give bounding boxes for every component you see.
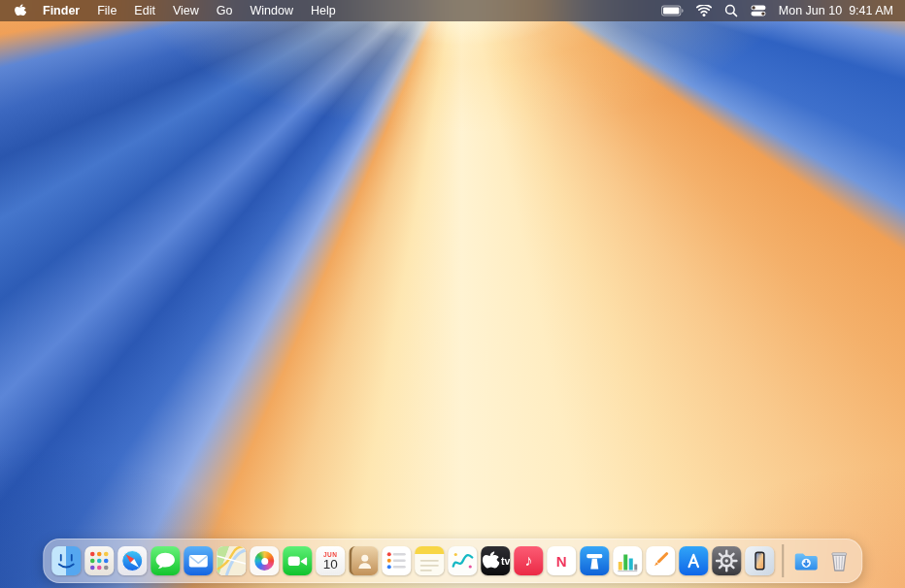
menu-view[interactable]: View xyxy=(164,4,208,17)
dock-downloads[interactable] xyxy=(791,546,821,575)
clock-date: Mon Jun 10 xyxy=(779,4,842,17)
menu-edit[interactable]: Edit xyxy=(125,4,164,17)
dock-numbers[interactable] xyxy=(613,546,642,575)
launchpad-grid-icon xyxy=(84,546,114,575)
menu-bar: Finder File Edit View Go Window Help xyxy=(0,0,905,21)
desktop: Finder File Edit View Go Window Help xyxy=(0,0,905,588)
safari-compass-icon xyxy=(117,546,147,575)
apple-menu[interactable] xyxy=(12,4,34,17)
music-note-icon: ♪ xyxy=(524,553,532,569)
finder-face-icon xyxy=(51,546,81,575)
iphone-icon xyxy=(745,546,774,575)
checklist-icon xyxy=(382,546,411,575)
dock-news[interactable]: N xyxy=(547,546,576,575)
wifi-status[interactable] xyxy=(696,5,712,16)
map-icon xyxy=(217,546,246,575)
clock-time: 9:41 AM xyxy=(849,4,893,17)
video-camera-icon xyxy=(283,546,312,575)
menu-file[interactable]: File xyxy=(88,4,125,17)
dock-launchpad[interactable] xyxy=(84,546,114,575)
tv-label: tv xyxy=(501,556,510,566)
dock-trash[interactable] xyxy=(824,546,854,575)
dock-freeform[interactable] xyxy=(448,546,477,575)
dock-calendar[interactable]: JUN 10 xyxy=(316,546,345,575)
control-center-icon xyxy=(751,5,766,16)
battery-status[interactable] xyxy=(661,5,684,16)
dock-iphone-mirroring[interactable] xyxy=(745,546,774,575)
note-lines-icon xyxy=(415,546,444,575)
menu-help[interactable]: Help xyxy=(302,4,345,17)
dock-app-store[interactable] xyxy=(679,546,708,575)
dock-messages[interactable] xyxy=(151,546,180,575)
dock-music[interactable]: ♪ xyxy=(514,546,543,575)
trash-basket-icon xyxy=(824,546,854,575)
dock: JUN 10 xyxy=(43,539,862,583)
menu-finder[interactable]: Finder xyxy=(34,4,88,17)
menu-bar-left: Finder File Edit View Go Window Help xyxy=(12,4,345,17)
dock-safari[interactable] xyxy=(117,546,147,575)
podium-icon xyxy=(580,546,609,575)
dock-contacts[interactable] xyxy=(349,546,378,575)
dock-pages[interactable] xyxy=(646,546,675,575)
person-silhouette-icon xyxy=(352,546,378,575)
dock-notes[interactable] xyxy=(415,546,444,575)
envelope-icon xyxy=(184,546,213,575)
desktop-wallpaper xyxy=(0,0,905,588)
apple-tv-apple-icon xyxy=(481,546,499,575)
wifi-icon xyxy=(696,5,712,16)
downloads-folder-icon xyxy=(791,546,821,575)
app-store-a-icon xyxy=(679,546,708,575)
dock-facetime[interactable] xyxy=(283,546,312,575)
menu-go[interactable]: Go xyxy=(208,4,242,17)
bar-chart-icon xyxy=(613,546,642,575)
dock-photos[interactable] xyxy=(250,546,279,575)
dock-system-settings[interactable] xyxy=(712,546,741,575)
apple-icon xyxy=(14,4,26,17)
dock-separator xyxy=(782,544,784,577)
control-center[interactable] xyxy=(751,5,766,16)
spotlight-search[interactable] xyxy=(724,4,738,17)
spotlight-search-icon xyxy=(724,4,738,17)
menu-window[interactable]: Window xyxy=(241,4,301,17)
menu-bar-clock[interactable]: Mon Jun 10 9:41 AM xyxy=(779,4,893,17)
color-wheel-icon xyxy=(254,551,274,571)
speech-bubble-icon xyxy=(151,546,180,575)
calendar-day-label: 10 xyxy=(323,558,338,572)
dock-finder[interactable] xyxy=(51,546,81,575)
dock-reminders[interactable] xyxy=(382,546,411,575)
scribble-icon xyxy=(448,546,477,575)
dock-maps[interactable] xyxy=(217,546,246,575)
menu-bar-right: Mon Jun 10 9:41 AM xyxy=(661,4,893,17)
news-letter: N xyxy=(556,553,567,570)
dock-tv[interactable]: tv xyxy=(481,546,510,575)
battery-icon xyxy=(661,5,684,16)
gear-icon xyxy=(712,546,741,575)
pen-icon xyxy=(646,546,675,575)
dock-keynote[interactable] xyxy=(580,546,609,575)
dock-mail[interactable] xyxy=(184,546,213,575)
